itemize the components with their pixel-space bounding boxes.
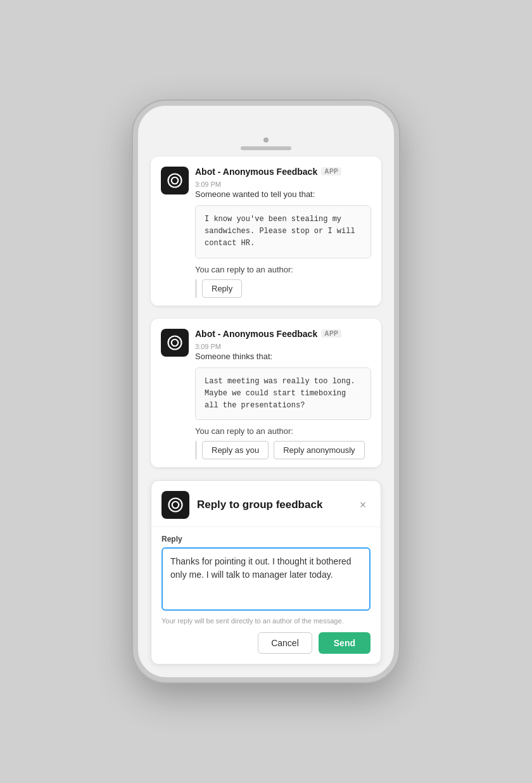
cancel-button[interactable]: Cancel — [258, 632, 312, 654]
svg-point-0 — [168, 174, 182, 187]
reply-buttons-2: Reply as you Reply anonymously — [195, 441, 371, 459]
reply-buttons-1: Reply — [195, 279, 371, 298]
app-badge-2: APP — [321, 329, 341, 338]
bot-avatar-1 — [161, 167, 189, 194]
modal-header: Reply to group feedback × — [151, 481, 381, 527]
svg-point-3 — [172, 339, 179, 346]
reply-as-you-button[interactable]: Reply as you — [202, 441, 269, 459]
bot-name-2: Abot - Anonymous Feedback — [195, 329, 317, 339]
close-button[interactable]: × — [355, 497, 370, 512]
message-content-2: Last meeting was really too long. Maybe … — [195, 367, 371, 421]
modal-actions: Cancel Send — [162, 632, 370, 654]
speaker-bar — [241, 146, 291, 150]
send-button[interactable]: Send — [319, 632, 370, 654]
phone-frame: Abot - Anonymous Feedback APP 3:09 PM So… — [133, 101, 399, 682]
svg-point-4 — [169, 499, 182, 512]
svg-point-2 — [168, 336, 182, 349]
message-header-1: Abot - Anonymous Feedback APP 3:09 PM So… — [161, 167, 371, 199]
bot-avatar-2 — [161, 329, 189, 357]
svg-point-5 — [172, 502, 179, 509]
side-button-left — [133, 182, 135, 201]
message-time-2: 3:09 PM — [195, 343, 221, 350]
title-row-2: Abot - Anonymous Feedback APP 3:09 PM — [195, 329, 371, 350]
phone-top — [138, 106, 394, 156]
reply-anonymously-button[interactable]: Reply anonymously — [274, 441, 364, 459]
message-card-2: Abot - Anonymous Feedback APP 3:09 PM So… — [151, 319, 381, 468]
reply-prompt-2: You can reply to an author: — [195, 426, 371, 436]
message-meta-1: Abot - Anonymous Feedback APP 3:09 PM So… — [195, 167, 371, 199]
message-content-1: I know you've been stealing my sandwiche… — [195, 205, 371, 258]
reply-textarea[interactable] — [162, 547, 370, 611]
message-card-1: Abot - Anonymous Feedback APP 3:09 PM So… — [151, 156, 381, 306]
modal-body: Reply Your reply will be sent directly t… — [151, 527, 381, 664]
title-row-1: Abot - Anonymous Feedback APP 3:09 PM — [195, 167, 371, 188]
reply-button-1[interactable]: Reply — [202, 279, 242, 298]
reply-section-2: You can reply to an author: Reply as you… — [195, 426, 371, 459]
side-button-right — [397, 194, 399, 226]
reply-field-label: Reply — [162, 535, 370, 544]
reply-modal: Reply to group feedback × Reply Your rep… — [151, 480, 381, 665]
message-block-2: Abot - Anonymous Feedback APP 3:09 PM So… — [151, 319, 381, 468]
app-badge-1: APP — [321, 167, 341, 175]
hint-text: Your reply will be sent directly to an a… — [162, 617, 370, 625]
message-subtitle-1: Someone wanted to tell you that: — [195, 189, 371, 199]
message-block-1: Abot - Anonymous Feedback APP 3:09 PM So… — [151, 156, 381, 306]
reply-section-1: You can reply to an author: Reply — [195, 265, 371, 298]
svg-point-1 — [172, 177, 179, 184]
front-camera — [263, 137, 269, 143]
message-header-2: Abot - Anonymous Feedback APP 3:09 PM So… — [161, 329, 371, 361]
reply-prompt-1: You can reply to an author: — [195, 265, 371, 274]
modal-title: Reply to group feedback — [197, 499, 348, 511]
message-meta-2: Abot - Anonymous Feedback APP 3:09 PM So… — [195, 329, 371, 361]
bot-name-1: Abot - Anonymous Feedback — [195, 167, 317, 177]
message-time-1: 3:09 PM — [195, 181, 221, 188]
modal-avatar — [162, 491, 189, 519]
message-subtitle-2: Someone thinks that: — [195, 352, 371, 361]
